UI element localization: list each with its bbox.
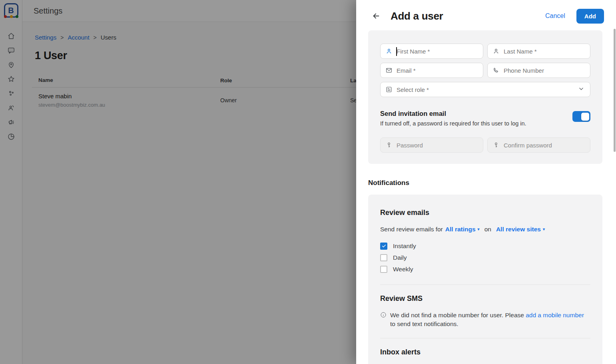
option-label: Instantly <box>393 243 416 250</box>
select-role-field[interactable]: Select role * <box>380 82 590 97</box>
toggle-knob <box>581 113 589 121</box>
option-label: Weekly <box>393 266 413 273</box>
ratings-filter-label: All ratings <box>445 226 476 233</box>
phone-icon <box>492 67 500 74</box>
notifications-card: Review emails Send review emails for All… <box>368 195 602 364</box>
first-name-field[interactable] <box>380 44 483 59</box>
option-weekly[interactable]: Weekly <box>380 263 590 275</box>
email-input[interactable] <box>397 67 478 74</box>
invitation-subtitle: If turned off, a password is required fo… <box>380 120 572 127</box>
modal-scrim[interactable] <box>0 0 356 364</box>
notifications-heading: Notifications <box>368 179 602 187</box>
option-daily[interactable]: Daily <box>380 252 590 263</box>
checkbox-weekly[interactable] <box>380 266 387 273</box>
checkbox-daily[interactable] <box>380 254 387 261</box>
drawer-title: Add a user <box>391 10 443 22</box>
sites-filter-dropdown[interactable]: All review sites ▾ <box>496 226 545 233</box>
ratings-filter-dropdown[interactable]: All ratings ▾ <box>445 226 480 233</box>
section-divider <box>380 338 590 338</box>
review-emails-title: Review emails <box>380 209 590 217</box>
person-icon <box>492 48 500 55</box>
envelope-icon <box>385 67 393 74</box>
sms-notice-text: We did not find a mobile number for user… <box>390 311 590 328</box>
confirm-password-input <box>504 142 585 149</box>
text-caret <box>396 47 397 56</box>
select-role-placeholder: Select role * <box>397 86 577 93</box>
section-divider <box>380 284 590 285</box>
key-icon <box>385 141 393 149</box>
drawer-body: Select role * Send invitation email If t… <box>356 30 616 364</box>
arrow-left-icon <box>372 12 381 20</box>
person-icon <box>385 48 393 55</box>
invitation-title: Send invitation email <box>380 110 572 117</box>
last-name-input[interactable] <box>504 48 585 55</box>
user-form-card: Select role * Send invitation email If t… <box>368 30 602 164</box>
sms-text-prefix: We did not find a mobile number for user… <box>390 312 524 318</box>
invitation-toggle[interactable] <box>572 111 590 122</box>
drawer-header: Add a user Cancel Add <box>356 0 616 30</box>
chevron-down-icon <box>577 85 585 94</box>
sms-notice: We did not find a mobile number for user… <box>380 311 590 328</box>
first-name-input[interactable] <box>397 48 478 55</box>
option-label: Daily <box>393 254 407 261</box>
check-icon <box>381 243 387 249</box>
drawer-scrollbar-thumb[interactable] <box>614 29 616 152</box>
checkbox-instantly[interactable] <box>380 243 387 250</box>
add-mobile-number-link[interactable]: add a mobile number <box>526 312 584 318</box>
invitation-section: Send invitation email If turned off, a p… <box>380 110 590 127</box>
inbox-alerts-title: Inbox alerts <box>380 348 590 356</box>
cancel-button[interactable]: Cancel <box>545 12 565 20</box>
review-sms-title: Review SMS <box>380 294 590 303</box>
email-field[interactable] <box>380 63 483 78</box>
key-icon <box>492 141 500 149</box>
sentence-prefix: Send review emails for <box>380 226 443 233</box>
option-instantly[interactable]: Instantly <box>380 240 590 252</box>
phone-input[interactable] <box>504 67 585 74</box>
confirm-password-field <box>487 137 590 153</box>
review-emails-sentence: Send review emails for All ratings ▾ on … <box>380 226 590 233</box>
frequency-options: Instantly Daily Weekly <box>380 240 590 275</box>
add-user-drawer: Add a user Cancel Add <box>356 0 616 364</box>
phone-field[interactable] <box>487 63 590 78</box>
sentence-middle: on <box>484 226 491 233</box>
back-button[interactable] <box>371 10 382 22</box>
sites-filter-label: All review sites <box>496 226 541 233</box>
last-name-field[interactable] <box>487 44 590 59</box>
password-field <box>380 137 483 153</box>
password-input <box>397 142 478 149</box>
caret-down-icon: ▾ <box>478 227 480 231</box>
info-icon <box>380 312 387 328</box>
add-button[interactable]: Add <box>576 9 604 24</box>
sms-text-suffix: to send text notifications. <box>390 320 459 327</box>
caret-down-icon: ▾ <box>543 227 545 231</box>
badge-icon <box>385 86 393 93</box>
